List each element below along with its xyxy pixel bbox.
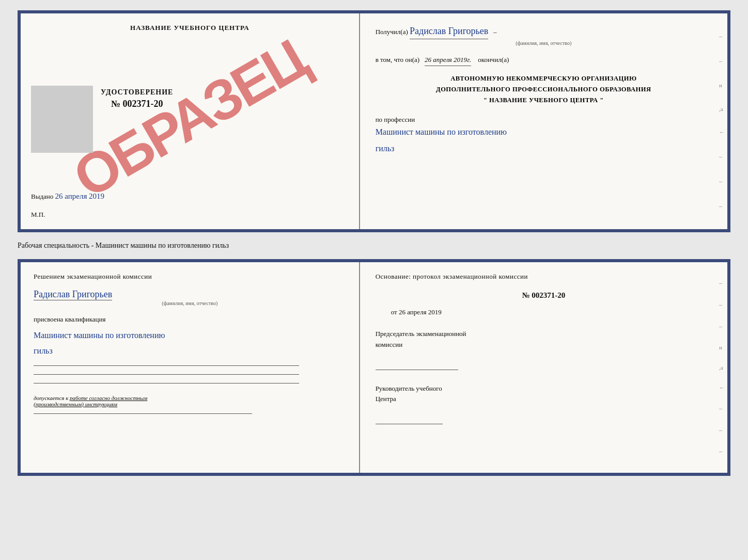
underline1 bbox=[34, 365, 299, 366]
watermark: ОБРАЗЕЦ bbox=[65, 30, 315, 207]
person-name: Радислав Григорьев bbox=[410, 24, 488, 39]
sidebar-marks-bottom: – – – и ,а ← – – – bbox=[719, 262, 725, 473]
qualification-value2: гильз bbox=[34, 343, 346, 359]
bottom-person-name: Радислав Григорьев bbox=[34, 289, 112, 300]
qualification-value: Машинист машины по изготовлению bbox=[34, 328, 346, 343]
qualification-assigned: присвоена квалификация bbox=[34, 315, 346, 324]
completed-field: в том, что он(а) 26 апреля 2019г. окончи… bbox=[376, 55, 712, 66]
chairman-label: Председатель экзаменационной комиссии bbox=[376, 329, 712, 350]
commission-title: Решением экзаменационной комиссии bbox=[34, 273, 346, 281]
bottom-document: Решением экзаменационной комиссии Радисл… bbox=[18, 259, 730, 476]
underline3 bbox=[34, 383, 299, 383]
protocol-number: № 002371-20 bbox=[376, 291, 712, 300]
issued-date: Выдано 26 апреля 2019 bbox=[31, 192, 104, 201]
top-document: НАЗВАНИЕ УЧЕБНОГО ЦЕНТРА ОБРАЗЕЦ УДОСТОВ… bbox=[18, 10, 730, 232]
profession-label: по профессии Машинист машины по изготовл… bbox=[376, 116, 712, 157]
sidebar-marks-top: – – и ,а ← – – – bbox=[719, 13, 725, 229]
qualification-block: Машинист машины по изготовлению гильз bbox=[34, 328, 346, 359]
middle-label: Рабочая специальность - Машинист машины … bbox=[18, 242, 730, 250]
issued-date-value: 26 апреля 2019 bbox=[55, 192, 105, 200]
protocol-date: от 26 апреля 2019 bbox=[391, 308, 712, 316]
underline2 bbox=[34, 374, 299, 375]
profession-value2: гильз bbox=[376, 144, 395, 153]
completed-date: 26 апреля 2019г. bbox=[425, 55, 471, 66]
chairman-signature-line bbox=[376, 370, 458, 370]
edu-center-title: НАЗВАНИЕ УЧЕБНОГО ЦЕНТРА bbox=[130, 24, 250, 32]
top-doc-right: Получил(а) Радислав Григорьев – (фамилия… bbox=[360, 13, 727, 229]
допускается-block: допускается к работе согласно должностны… bbox=[34, 395, 346, 407]
cert-block: УДОСТОВЕРЕНИЕ № 002371-20 bbox=[101, 88, 173, 109]
profession-value: Машинист машины по изготовлению bbox=[376, 127, 507, 136]
underline4 bbox=[34, 413, 252, 414]
cert-number: № 002371-20 bbox=[101, 99, 173, 109]
photo-placeholder bbox=[31, 86, 93, 153]
bottom-doc-left: Решением экзаменационной комиссии Радисл… bbox=[21, 262, 360, 473]
head-signature-line bbox=[376, 424, 443, 424]
bottom-person-block: Радислав Григорьев (фамилия, имя, отчест… bbox=[34, 285, 346, 306]
head-label: Руководитель учебного Центра bbox=[376, 383, 712, 405]
foundation-label: Основание: протокол экзаменационной коми… bbox=[376, 273, 712, 281]
bottom-doc-right: Основание: протокол экзаменационной коми… bbox=[360, 262, 727, 473]
received-field: Получил(а) Радислав Григорьев – (фамилия… bbox=[376, 24, 712, 47]
mp-label: М.П. bbox=[31, 211, 45, 219]
top-doc-left: НАЗВАНИЕ УЧЕБНОГО ЦЕНТРА ОБРАЗЕЦ УДОСТОВ… bbox=[21, 13, 360, 229]
org-text: АВТОНОМНУЮ НЕКОММЕРЧЕСКУЮ ОРГАНИЗАЦИЮ ДО… bbox=[376, 73, 712, 106]
cert-label: УДОСТОВЕРЕНИЕ bbox=[101, 88, 173, 97]
